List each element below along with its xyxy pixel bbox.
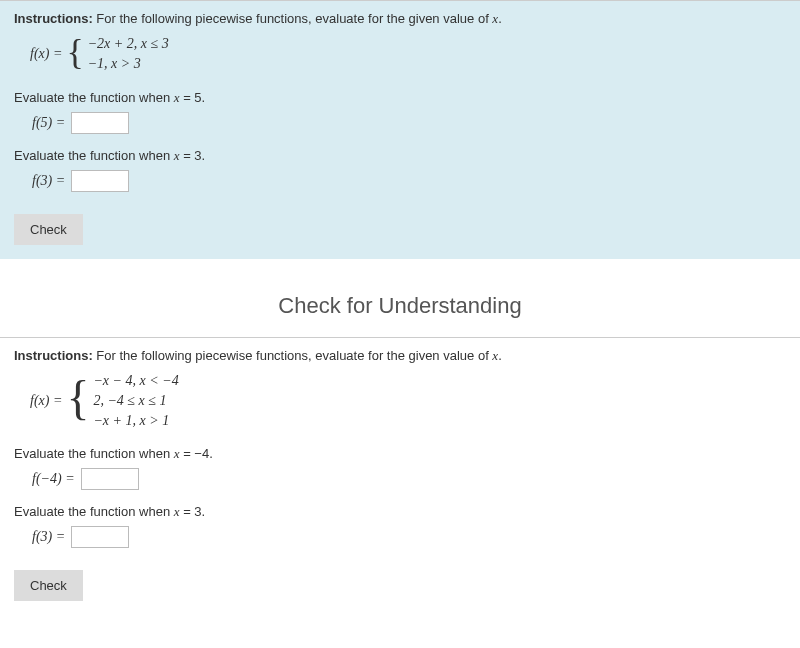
left-brace: { (66, 38, 83, 67)
answer-input-f3b[interactable] (71, 526, 129, 548)
case-line: −x − 4, x < −4 (93, 372, 178, 391)
evaluate-prompt: Evaluate the function when x = 3. (14, 148, 786, 164)
function-lhs: f(x) = (30, 393, 62, 409)
piecewise-definition: f(x) = { −2x + 2, x ≤ 3 −1, x > 3 (30, 35, 786, 74)
case-line: −x + 1, x > 1 (93, 412, 178, 431)
instructions-line: Instructions: For the following piecewis… (14, 11, 786, 27)
exercise-panel-2: Instructions: For the following piecewis… (0, 337, 800, 616)
panel-gap (0, 259, 800, 271)
check-button[interactable]: Check (14, 570, 83, 601)
left-brace: { (66, 379, 89, 417)
answer-input-f5[interactable] (71, 112, 129, 134)
instructions-text: For the following piecewise functions, e… (93, 11, 493, 26)
section-heading: Check for Understanding (0, 271, 800, 337)
answer-label: f(−4) = (32, 471, 75, 487)
piecewise-cases: −x − 4, x < −4 2, −4 ≤ x ≤ 1 −x + 1, x >… (93, 372, 178, 431)
answer-label: f(3) = (32, 529, 65, 545)
answer-input-fneg4[interactable] (81, 468, 139, 490)
answer-row: f(−4) = (32, 468, 786, 490)
answer-input-f3[interactable] (71, 170, 129, 192)
answer-label: f(3) = (32, 173, 65, 189)
answer-row: f(3) = (32, 170, 786, 192)
evaluate-prompt: Evaluate the function when x = 3. (14, 504, 786, 520)
evaluate-prompt: Evaluate the function when x = 5. (14, 90, 786, 106)
piecewise-definition: f(x) = { −x − 4, x < −4 2, −4 ≤ x ≤ 1 −x… (30, 372, 786, 431)
instructions-label: Instructions: (14, 348, 93, 363)
instructions-label: Instructions: (14, 11, 93, 26)
evaluate-prompt: Evaluate the function when x = −4. (14, 446, 786, 462)
case-line: −2x + 2, x ≤ 3 (88, 35, 169, 54)
answer-label: f(5) = (32, 115, 65, 131)
exercise-panel-1: Instructions: For the following piecewis… (0, 0, 800, 259)
answer-row: f(3) = (32, 526, 786, 548)
instructions-text: For the following piecewise functions, e… (93, 348, 493, 363)
piecewise-cases: −2x + 2, x ≤ 3 −1, x > 3 (88, 35, 169, 74)
check-button[interactable]: Check (14, 214, 83, 245)
answer-row: f(5) = (32, 112, 786, 134)
var-x: x (492, 348, 498, 363)
case-line: −1, x > 3 (88, 55, 169, 74)
var-x: x (492, 11, 498, 26)
instructions-line: Instructions: For the following piecewis… (14, 348, 786, 364)
function-lhs: f(x) = (30, 46, 62, 62)
case-line: 2, −4 ≤ x ≤ 1 (93, 392, 178, 411)
